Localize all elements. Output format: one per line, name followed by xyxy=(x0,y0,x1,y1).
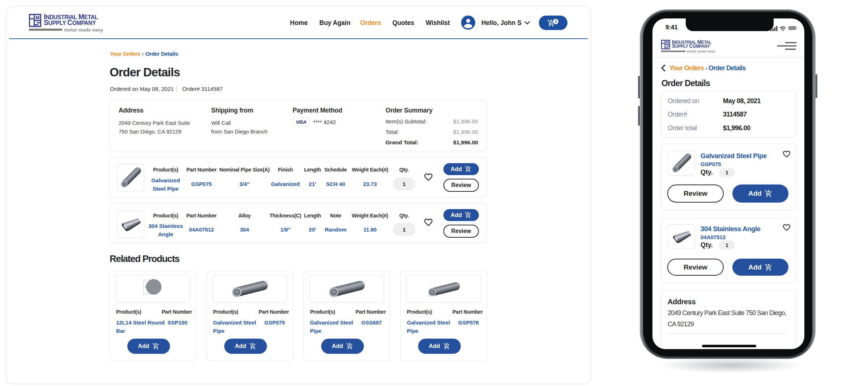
svg-text:M: M xyxy=(666,41,669,44)
svg-text:M: M xyxy=(35,15,40,21)
